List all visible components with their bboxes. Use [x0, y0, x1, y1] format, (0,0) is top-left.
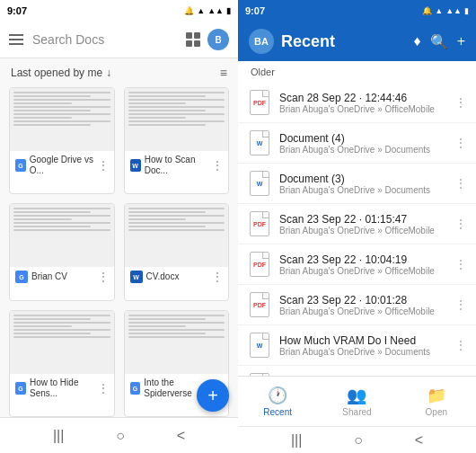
r-signal-icon: ▲▲: [445, 6, 462, 15]
sort-arrow-icon[interactable]: ↓: [106, 67, 111, 79]
grid-view-icon[interactable]: [186, 32, 200, 47]
right-status-icons: 🔔 ▲ ▲▲ ▮: [422, 6, 469, 15]
file-details-3: Scan 23 Sep 22 · 01:15:47 Brian Abuga's …: [279, 213, 447, 235]
file-name-1: Document (4): [279, 132, 447, 145]
right-status-bar: 9:07 🔔 ▲ ▲▲ ▮: [238, 0, 476, 22]
doc-preview-4: [10, 311, 114, 374]
nav-home-btn[interactable]: ○: [112, 424, 128, 448]
r-battery-icon: ▮: [464, 6, 469, 15]
doc-name-3: CV.docx: [146, 271, 180, 282]
right-user-avatar[interactable]: BA: [249, 29, 274, 54]
doc-preview-3: [125, 204, 229, 267]
search-icon[interactable]: 🔍: [430, 33, 448, 50]
file-icon-1: W: [247, 129, 272, 157]
doc-card-3[interactable]: W CV.docx ⋮: [124, 203, 230, 301]
doc-type-icon-5: G: [130, 382, 141, 395]
file-icon-4: PDF: [247, 250, 272, 279]
item-more-2[interactable]: ⋮: [454, 176, 467, 191]
doc-more-2[interactable]: ⋮: [98, 271, 109, 283]
doc-more-0[interactable]: ⋮: [98, 159, 109, 172]
file-name-2: Document (3): [279, 173, 447, 185]
file-meta-3: Brian Abuga's OneDrive » OfficeMobile: [279, 226, 447, 235]
tab-recent[interactable]: 🕐 Recent: [238, 377, 317, 426]
doc-preview-5: [125, 311, 229, 374]
hamburger-icon[interactable]: [9, 34, 23, 45]
right-bottom-nav: 🕐 Recent 👥 Shared 📁 Open: [238, 376, 476, 426]
doc-type-icon-4: G: [15, 382, 26, 395]
section-header: Last opened by me ↓ ≡: [0, 58, 238, 87]
recent-item-4[interactable]: PDF Scan 23 Sep 22 · 10:04:19 Brian Abug…: [238, 244, 476, 285]
doc-name-1: How to Scan Doc...: [145, 155, 212, 176]
tab-recent-label: Recent: [263, 407, 292, 417]
file-name-5: Scan 23 Sep 22 · 10:01:28: [279, 294, 447, 306]
r-nav-menu-btn[interactable]: |||: [287, 429, 305, 452]
doc-more-4[interactable]: ⋮: [98, 382, 109, 395]
item-more-3[interactable]: ⋮: [454, 217, 467, 231]
recent-item-1[interactable]: W Document (4) Brian Abuga's OneDrive » …: [238, 123, 476, 164]
left-status-time: 9:07: [7, 5, 27, 16]
doc-card-4[interactable]: G How to Hide Sens... ⋮: [9, 310, 115, 417]
file-meta-6: Brian Abuga's OneDrive » Documents: [279, 347, 447, 357]
recent-item-5[interactable]: PDF Scan 23 Sep 22 · 10:01:28 Brian Abug…: [238, 285, 476, 325]
item-more-6[interactable]: ⋮: [454, 338, 467, 352]
recent-tab-icon: 🕐: [268, 386, 287, 405]
tab-open[interactable]: 📁 Open: [397, 377, 476, 426]
fab-plus-icon: +: [207, 386, 218, 406]
file-details-1: Document (4) Brian Abuga's OneDrive » Do…: [279, 132, 447, 155]
file-icon-2: W: [247, 169, 272, 198]
user-avatar[interactable]: B: [207, 29, 229, 50]
item-more-0[interactable]: ⋮: [454, 95, 467, 110]
recent-item-3[interactable]: PDF Scan 23 Sep 22 · 01:15:47 Brian Abug…: [238, 204, 476, 244]
doc-card-1[interactable]: W How to Scan Doc... ⋮: [124, 87, 230, 194]
list-view-icon[interactable]: ≡: [220, 66, 227, 80]
nav-menu-btn[interactable]: |||: [49, 424, 67, 448]
item-more-4[interactable]: ⋮: [454, 257, 467, 271]
file-details-5: Scan 23 Sep 22 · 10:01:28 Brian Abuga's …: [279, 294, 447, 316]
doc-more-1[interactable]: ⋮: [212, 159, 223, 172]
diamond-icon[interactable]: ♦: [413, 33, 420, 49]
left-search-bar: Search Docs B: [0, 22, 238, 58]
doc-name-4: How to Hide Sens...: [30, 378, 98, 399]
right-header-icons: ♦ 🔍 +: [413, 33, 465, 50]
file-icon-7: W: [247, 371, 272, 376]
doc-info-4: G How to Hide Sens... ⋮: [10, 374, 114, 403]
add-icon[interactable]: +: [457, 33, 465, 49]
doc-info-2: G Brian CV ⋮: [10, 267, 114, 287]
doc-info-3: W CV.docx ⋮: [125, 267, 229, 287]
r-nav-back-btn[interactable]: <: [411, 429, 427, 452]
fab-button[interactable]: +: [197, 379, 229, 412]
doc-type-icon-0: G: [15, 159, 26, 172]
docs-grid: G Google Drive vs O... ⋮: [0, 87, 238, 417]
file-meta-5: Brian Abuga's OneDrive » OfficeMobile: [279, 306, 447, 316]
right-page-title: Recent: [281, 32, 335, 51]
nav-back-btn[interactable]: <: [173, 424, 189, 448]
doc-type-icon-2: G: [15, 271, 28, 283]
doc-card-0[interactable]: G Google Drive vs O... ⋮: [9, 87, 115, 194]
wifi-icon: ▲: [197, 6, 205, 15]
file-meta-2: Brian Abuga's OneDrive » Documents: [279, 185, 447, 195]
doc-name-0: Google Drive vs O...: [30, 155, 98, 176]
file-name-0: Scan 28 Sep 22 · 12:44:46: [279, 92, 447, 104]
search-placeholder-text[interactable]: Search Docs: [32, 32, 177, 47]
doc-preview-0: [10, 88, 114, 151]
recent-item-0[interactable]: PDF Scan 28 Sep 22 · 12:44:46 Brian Abug…: [238, 83, 476, 123]
file-name-6: How Much VRAM Do I Need: [279, 334, 447, 347]
recent-item-6[interactable]: W How Much VRAM Do I Need Brian Abuga's …: [238, 325, 476, 366]
older-section-label: Older: [238, 61, 476, 83]
file-icon-3: PDF: [247, 209, 272, 238]
item-more-5[interactable]: ⋮: [454, 298, 467, 312]
file-icon-0: PDF: [247, 88, 272, 117]
right-header: BA Recent ♦ 🔍 +: [238, 22, 476, 61]
file-details-6: How Much VRAM Do I Need Brian Abuga's On…: [279, 334, 447, 357]
left-status-icons: 🔔 ▲ ▲▲ ▮: [184, 6, 231, 15]
r-nav-home-btn[interactable]: ○: [350, 429, 366, 452]
r-notification-icon: 🔔: [422, 6, 432, 15]
doc-card-2[interactable]: G Brian CV ⋮: [9, 203, 115, 301]
recent-item-2[interactable]: W Document (3) Brian Abuga's OneDrive » …: [238, 164, 476, 204]
recent-item-7[interactable]: W Motivational Le...ollege Students Bria…: [238, 366, 476, 376]
tab-shared[interactable]: 👥 Shared: [317, 377, 396, 426]
item-more-1[interactable]: ⋮: [454, 136, 467, 150]
file-icon-6: W: [247, 331, 272, 360]
doc-more-3[interactable]: ⋮: [212, 271, 223, 283]
file-meta-1: Brian Abuga's OneDrive » Documents: [279, 145, 447, 155]
